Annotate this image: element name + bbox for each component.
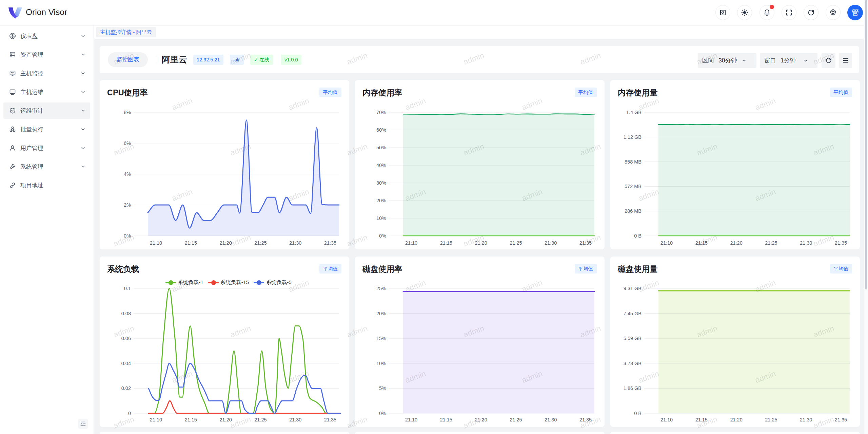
svg-text:21:30: 21:30 <box>545 417 557 422</box>
svg-text:0 B: 0 B <box>634 411 642 416</box>
svg-text:21:20: 21:20 <box>219 417 232 422</box>
svg-text:21:10: 21:10 <box>405 417 417 422</box>
svg-text:21:25: 21:25 <box>254 240 267 246</box>
svg-text:40%: 40% <box>376 163 386 168</box>
svg-text:50%: 50% <box>376 145 386 150</box>
svg-text:21:30: 21:30 <box>289 417 301 422</box>
svg-text:21:30: 21:30 <box>289 240 301 246</box>
svg-text:21:10: 21:10 <box>150 417 162 422</box>
svg-text:21:35: 21:35 <box>835 417 847 422</box>
svg-text:21:35: 21:35 <box>579 417 592 422</box>
svg-text:21:35: 21:35 <box>835 240 847 246</box>
svg-text:5.59 GB: 5.59 GB <box>624 336 642 341</box>
svg-text:21:15: 21:15 <box>185 240 197 246</box>
svg-text:21:35: 21:35 <box>324 240 336 246</box>
svg-text:21:15: 21:15 <box>440 417 452 422</box>
svg-text:21:35: 21:35 <box>324 417 336 422</box>
svg-text:70%: 70% <box>376 110 386 115</box>
svg-text:10%: 10% <box>376 361 386 366</box>
svg-text:21:15: 21:15 <box>185 417 197 422</box>
svg-text:21:30: 21:30 <box>800 240 812 246</box>
svg-text:21:30: 21:30 <box>800 417 812 422</box>
svg-text:572 MB: 572 MB <box>625 184 642 189</box>
svg-text:15%: 15% <box>376 336 386 341</box>
svg-text:21:10: 21:10 <box>660 240 673 246</box>
svg-text:0 B: 0 B <box>634 233 642 239</box>
svg-text:1.12 GB: 1.12 GB <box>624 134 642 140</box>
svg-text:4%: 4% <box>124 171 131 177</box>
svg-text:858 MB: 858 MB <box>625 159 642 165</box>
svg-text:21:35: 21:35 <box>579 240 592 246</box>
svg-text:0%: 0% <box>124 233 131 239</box>
svg-text:20%: 20% <box>376 311 386 316</box>
svg-text:0%: 0% <box>379 233 386 239</box>
svg-text:10%: 10% <box>376 215 386 221</box>
svg-text:21:20: 21:20 <box>475 240 487 246</box>
svg-text:21:10: 21:10 <box>660 417 673 422</box>
svg-text:25%: 25% <box>376 286 386 291</box>
svg-text:286 MB: 286 MB <box>625 208 642 214</box>
svg-text:1.4 GB: 1.4 GB <box>626 110 642 115</box>
svg-text:60%: 60% <box>376 127 386 133</box>
svg-text:3.73 GB: 3.73 GB <box>624 361 642 366</box>
svg-text:21:15: 21:15 <box>695 240 708 246</box>
svg-text:21:25: 21:25 <box>510 240 522 246</box>
svg-text:21:10: 21:10 <box>405 240 417 246</box>
svg-text:21:15: 21:15 <box>440 240 452 246</box>
svg-text:0: 0 <box>128 411 131 416</box>
svg-text:9.31 GB: 9.31 GB <box>624 286 642 291</box>
svg-text:21:20: 21:20 <box>730 417 742 422</box>
svg-text:21:15: 21:15 <box>695 417 708 422</box>
svg-text:21:25: 21:25 <box>510 417 522 422</box>
svg-text:30%: 30% <box>376 180 386 186</box>
svg-text:6%: 6% <box>124 140 131 146</box>
svg-text:0.08: 0.08 <box>121 311 131 316</box>
svg-text:21:25: 21:25 <box>765 240 777 246</box>
svg-text:2%: 2% <box>124 202 131 208</box>
svg-text:0.1: 0.1 <box>124 286 131 291</box>
svg-text:0.06: 0.06 <box>121 336 131 341</box>
svg-text:21:25: 21:25 <box>254 417 267 422</box>
svg-text:0.02: 0.02 <box>121 385 131 391</box>
svg-text:7.45 GB: 7.45 GB <box>624 311 642 316</box>
svg-text:21:20: 21:20 <box>730 240 742 246</box>
svg-text:21:30: 21:30 <box>545 240 557 246</box>
svg-text:8%: 8% <box>124 110 131 115</box>
svg-text:21:20: 21:20 <box>219 240 232 246</box>
svg-text:0.04: 0.04 <box>121 361 131 366</box>
svg-text:0%: 0% <box>379 411 386 416</box>
svg-text:1.86 GB: 1.86 GB <box>624 385 642 391</box>
svg-text:21:25: 21:25 <box>765 417 777 422</box>
svg-text:20%: 20% <box>376 198 386 203</box>
svg-text:21:10: 21:10 <box>150 240 162 246</box>
svg-text:21:20: 21:20 <box>475 417 487 422</box>
svg-text:5%: 5% <box>379 385 386 391</box>
